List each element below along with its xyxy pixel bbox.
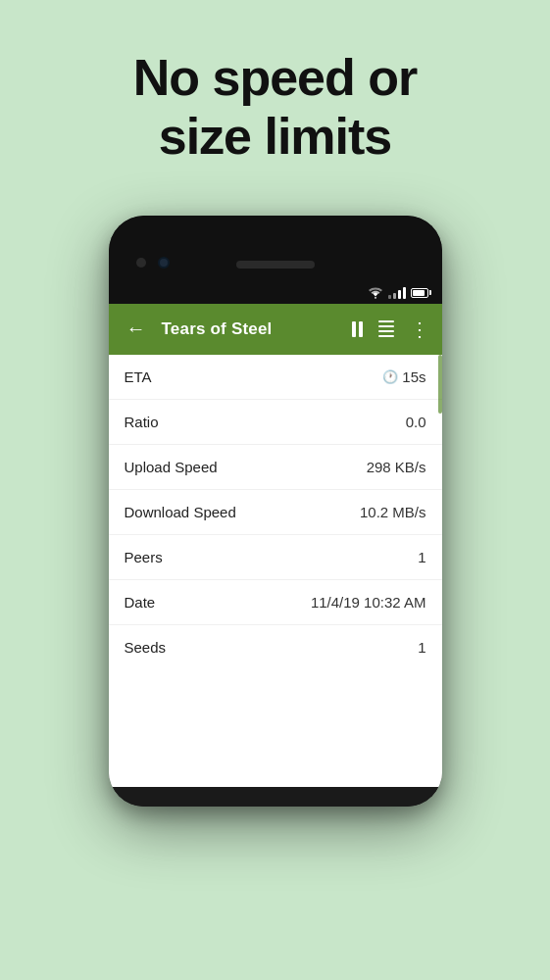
- label-ratio: Ratio: [125, 414, 159, 430]
- row-date: Date 11/4/19 10:32 AM: [109, 580, 442, 625]
- label-eta: ETA: [125, 368, 152, 385]
- app-content: ETA 🕐 15s Ratio 0.0 Upload Speed 298 KB/…: [109, 355, 442, 787]
- headline-line2: size limits: [159, 108, 392, 165]
- label-peers: Peers: [125, 549, 163, 565]
- back-button[interactable]: ←: [121, 318, 152, 340]
- camera-lens: [158, 257, 170, 269]
- content-spacer: [109, 669, 442, 787]
- row-eta: ETA 🕐 15s: [109, 355, 442, 400]
- phone-speaker: [236, 261, 315, 269]
- phone-top-bezel: [109, 216, 442, 282]
- row-ratio: Ratio 0.0: [109, 400, 442, 445]
- label-seeds: Seeds: [125, 639, 167, 656]
- row-peers: Peers 1: [109, 535, 442, 580]
- status-bar: [109, 282, 442, 304]
- value-download-speed: 10.2 MB/s: [360, 504, 426, 520]
- value-seeds: 1: [418, 639, 425, 656]
- app-content-wrapper: ETA 🕐 15s Ratio 0.0 Upload Speed 298 KB/…: [109, 355, 442, 787]
- phone-wrapper: ← Tears of Steel ⋮: [0, 206, 550, 807]
- headline: No speed or size limits: [0, 0, 550, 206]
- label-download-speed: Download Speed: [125, 504, 236, 520]
- camera-area: [136, 257, 170, 269]
- phone-bottom-bezel: [109, 787, 442, 807]
- list-line-1: [378, 320, 394, 322]
- row-upload-speed: Upload Speed 298 KB/s: [109, 445, 442, 490]
- pause-bar-left: [352, 321, 356, 337]
- camera-sensor: [136, 258, 146, 268]
- toolbar-title: Tears of Steel: [162, 319, 342, 339]
- scrollbar-indicator: [438, 355, 442, 414]
- value-peers: 1: [418, 549, 425, 565]
- value-date: 11/4/19 10:32 AM: [311, 594, 426, 611]
- list-line-4: [378, 335, 394, 337]
- list-line-3: [378, 330, 394, 332]
- pause-button[interactable]: [352, 321, 363, 337]
- eta-text: 15s: [402, 368, 425, 385]
- battery-icon: [411, 288, 428, 298]
- label-date: Date: [125, 594, 156, 611]
- value-upload-speed: 298 KB/s: [367, 459, 426, 475]
- label-upload-speed: Upload Speed: [125, 459, 218, 475]
- toolbar-actions: ⋮: [352, 319, 430, 339]
- list-button[interactable]: [378, 320, 394, 337]
- wifi-icon: [368, 287, 383, 299]
- status-icons: [368, 287, 428, 299]
- phone-device: ← Tears of Steel ⋮: [109, 216, 442, 807]
- app-toolbar: ← Tears of Steel ⋮: [109, 304, 442, 355]
- value-ratio: 0.0: [406, 414, 426, 430]
- page-background: No speed or size limits: [0, 0, 550, 807]
- signal-icon: [388, 287, 406, 299]
- more-button[interactable]: ⋮: [410, 319, 430, 339]
- row-seeds: Seeds 1: [109, 625, 442, 669]
- headline-line1: No speed or: [133, 49, 418, 106]
- list-line-2: [378, 325, 394, 327]
- value-eta: 🕐 15s: [382, 368, 425, 385]
- pause-bar-right: [359, 321, 363, 337]
- row-download-speed: Download Speed 10.2 MB/s: [109, 490, 442, 535]
- clock-icon: 🕐: [382, 369, 398, 384]
